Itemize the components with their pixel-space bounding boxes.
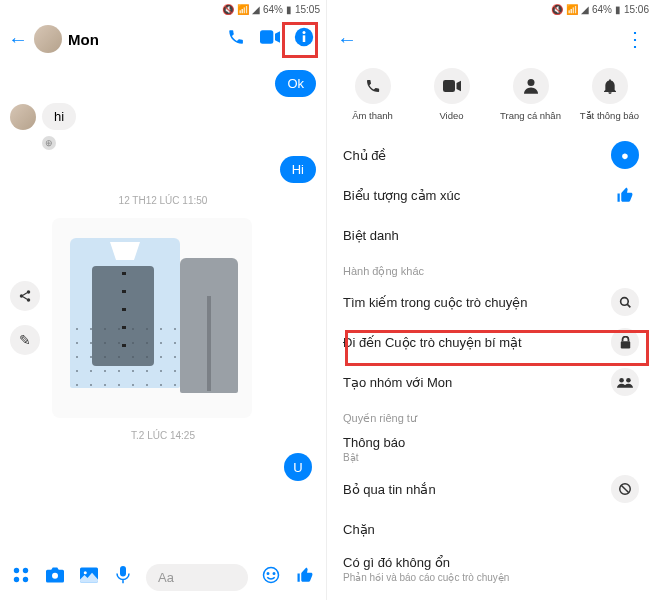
svg-point-23 [626, 377, 631, 382]
svg-rect-21 [620, 341, 629, 348]
menu-emoji[interactable]: Biểu tượng cảm xúc [343, 175, 639, 215]
action-label: Tắt thông báo [580, 110, 639, 121]
bell-icon [592, 68, 628, 104]
composer: Aa [0, 554, 326, 600]
menu-search[interactable]: Tìm kiếm trong cuộc trò chuyện [343, 282, 639, 322]
menu-notifications[interactable]: Thông báo Bật [343, 429, 639, 469]
menu-nickname[interactable]: Biệt danh [343, 215, 639, 255]
clock-label: 15:06 [624, 4, 649, 15]
chat-body: Ok hi ⊕ Hi 12 TH12 LÚC 11:50 ✎ T.2 LÚC 1… [0, 60, 326, 491]
more-icon[interactable]: ⋮ [625, 27, 645, 51]
battery-icon: ▮ [615, 4, 621, 15]
action-label: Video [439, 110, 463, 121]
msg-out[interactable]: U [284, 453, 312, 481]
menu-theme[interactable]: Chủ đề ● [343, 135, 639, 175]
menu-ignore[interactable]: Bỏ qua tin nhắn [343, 469, 639, 509]
timestamp: 12 TH12 LÚC 11:50 [10, 195, 316, 206]
mute-icon: 🔇 [222, 4, 234, 15]
svg-point-13 [84, 571, 87, 574]
avatar[interactable] [34, 25, 62, 53]
clock-label: 15:05 [295, 4, 320, 15]
msg-out[interactable]: Ok [275, 70, 316, 97]
theme-icon: ● [611, 141, 639, 169]
avatar[interactable] [10, 104, 36, 130]
lock-icon [611, 328, 639, 356]
search-icon [611, 288, 639, 316]
svg-point-15 [264, 567, 279, 582]
info-icon[interactable] [290, 27, 318, 51]
svg-point-6 [27, 298, 31, 302]
menu-create-group[interactable]: Tạo nhóm với Mon [343, 362, 639, 402]
wifi-icon: 📶 [566, 4, 578, 15]
seen-indicator: ⊕ [42, 136, 56, 150]
svg-point-20 [620, 297, 628, 305]
menu-report[interactable]: Có gì đó không ổn Phản hồi và báo cáo cu… [343, 549, 639, 589]
svg-point-3 [303, 31, 306, 34]
svg-rect-0 [260, 30, 273, 43]
svg-rect-14 [120, 566, 126, 577]
section-header: Hành động khác [343, 255, 639, 282]
product-image[interactable] [52, 218, 252, 418]
back-icon[interactable]: ← [8, 28, 28, 51]
status-bar: 🔇 📶 ◢ 64% ▮ 15:06 [327, 0, 655, 18]
svg-point-17 [273, 572, 275, 574]
msg-out[interactable]: Hi [280, 156, 316, 183]
svg-point-9 [14, 576, 19, 581]
person-icon [513, 68, 549, 104]
action-label: Âm thanh [352, 110, 393, 121]
svg-point-22 [619, 377, 624, 382]
svg-point-4 [27, 290, 31, 294]
svg-point-11 [52, 572, 58, 578]
chat-header: ← Mon [0, 18, 326, 60]
battery-label: 64% [592, 4, 612, 15]
call-icon[interactable] [222, 28, 250, 50]
like-icon [611, 181, 639, 209]
signal-icon: ◢ [252, 4, 260, 15]
group-icon [611, 368, 639, 396]
apps-icon[interactable] [10, 566, 32, 589]
share-icon[interactable] [10, 281, 40, 311]
emoji-icon[interactable] [260, 566, 282, 589]
svg-rect-18 [443, 80, 455, 92]
action-row: Âm thanh Video Trang cá nhân Tắt thông b… [327, 60, 655, 135]
audio-call-button[interactable]: Âm thanh [338, 68, 408, 121]
action-label: Trang cá nhân [500, 110, 561, 121]
svg-point-16 [267, 572, 269, 574]
svg-point-8 [23, 567, 28, 572]
image-message[interactable]: ✎ [10, 218, 316, 418]
contact-name[interactable]: Mon [68, 31, 216, 48]
svg-point-10 [23, 576, 28, 581]
video-icon[interactable] [256, 30, 284, 48]
svg-rect-2 [303, 35, 306, 42]
message-input[interactable]: Aa [146, 564, 248, 591]
phone-icon [355, 68, 391, 104]
gallery-icon[interactable] [78, 567, 100, 588]
signal-icon: ◢ [581, 4, 589, 15]
edit-icon[interactable]: ✎ [10, 325, 40, 355]
section-header: Quyền riêng tư [343, 402, 639, 429]
settings-menu: Chủ đề ● Biểu tượng cảm xúc Biệt danh Hà… [327, 135, 655, 589]
ignore-icon [611, 475, 639, 503]
back-icon[interactable]: ← [337, 28, 357, 51]
video-icon [434, 68, 470, 104]
svg-point-7 [14, 567, 19, 572]
menu-secret-conversation[interactable]: Đi đến Cuộc trò chuyện bí mật [343, 322, 639, 362]
svg-point-19 [527, 79, 534, 86]
like-icon[interactable] [294, 566, 316, 589]
video-call-button[interactable]: Video [417, 68, 487, 121]
menu-block[interactable]: Chặn [343, 509, 639, 549]
mic-icon[interactable] [112, 566, 134, 589]
battery-label: 64% [263, 4, 283, 15]
svg-point-5 [20, 294, 24, 298]
mute-icon: 🔇 [551, 4, 563, 15]
battery-icon: ▮ [286, 4, 292, 15]
timestamp: T.2 LÚC 14:25 [10, 430, 316, 441]
status-bar: 🔇 📶 ◢ 64% ▮ 15:05 [0, 0, 326, 18]
mute-button[interactable]: Tắt thông báo [575, 68, 645, 121]
profile-button[interactable]: Trang cá nhân [496, 68, 566, 121]
camera-icon[interactable] [44, 567, 66, 588]
wifi-icon: 📶 [237, 4, 249, 15]
msg-in[interactable]: hi [42, 103, 76, 130]
detail-header: ← ⋮ [327, 18, 655, 60]
